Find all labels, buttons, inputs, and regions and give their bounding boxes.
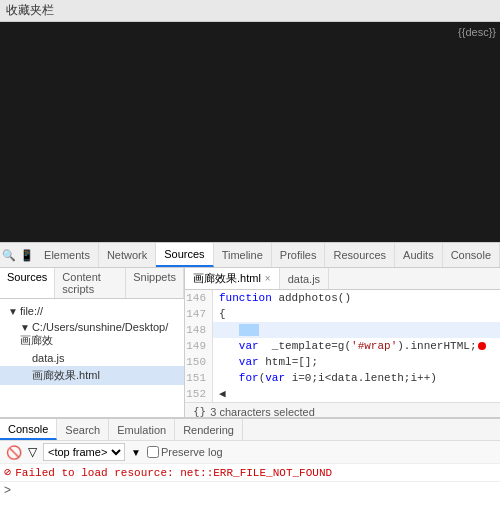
brace-icon: {}	[193, 405, 206, 417]
ltab-sources[interactable]: Sources	[0, 268, 55, 298]
status-bar: {} 3 characters selected	[185, 402, 500, 417]
console-panel: Console Search Emulation Rendering 🚫 ▽ <…	[0, 418, 500, 498]
ctab2-rendering[interactable]: Rendering	[175, 419, 243, 440]
folder-triangle-icon: ▼	[20, 322, 30, 333]
preserve-log-text: Preserve log	[161, 446, 223, 458]
code-line-152: 152 ◀	[185, 386, 500, 402]
file-tree: ▼file:// ▼C:/Users/sunshine/Desktop/画廊效 …	[0, 299, 184, 389]
console-toolbar: 🚫 ▽ <top frame> ▼ Preserve log	[0, 441, 500, 464]
devtools-main: Sources Content scripts Snippets ▼file:/…	[0, 268, 500, 418]
console-error-1: ⊘ Failed to load resource: net::ERR_FILE…	[4, 465, 496, 481]
console-prompt: >	[0, 481, 500, 498]
code-line-149: 149 var _template=g('#wrap').innerHTML;	[185, 338, 500, 354]
console-input[interactable]	[15, 484, 496, 497]
code-panel: 画廊效果.html × data.js 146 function addphot…	[185, 268, 500, 417]
line-num-148: 148	[185, 322, 213, 338]
line-num-152: 152	[185, 386, 213, 402]
tab-audits[interactable]: Audits	[395, 243, 443, 267]
ltab-snippets[interactable]: Snippets	[126, 268, 184, 298]
ctab2-search[interactable]: Search	[57, 419, 109, 440]
ctab2-emulation[interactable]: Emulation	[109, 419, 175, 440]
line-content-148	[213, 322, 259, 338]
status-text: 3 characters selected	[210, 406, 315, 418]
inspect-icon[interactable]: 🔍	[0, 243, 18, 267]
tab-elements[interactable]: Elements	[36, 243, 99, 267]
dropdown-arrow-icon[interactable]: ▼	[131, 447, 141, 458]
line-content-147: {	[213, 306, 226, 322]
ltab-content-scripts[interactable]: Content scripts	[55, 268, 126, 298]
frame-select[interactable]: <top frame>	[43, 443, 125, 461]
file-tree-html[interactable]: 画廊效果.html	[0, 366, 184, 385]
file-tree-desktop[interactable]: ▼C:/Users/sunshine/Desktop/画廊效	[0, 319, 184, 350]
line-num-151: 151	[185, 370, 213, 386]
code-editor: 146 function addphotos() 147 { 148 149 v…	[185, 290, 500, 402]
ctab2-console[interactable]: Console	[0, 419, 57, 440]
error-dot-149	[478, 342, 486, 350]
triangle-icon: ▼	[8, 306, 18, 317]
preview-desc: {{desc}}	[458, 26, 496, 38]
clear-icon[interactable]: 🚫	[6, 445, 22, 460]
tab-resources[interactable]: Resources	[325, 243, 395, 267]
console-tabs: Console Search Emulation Rendering	[0, 419, 500, 441]
line-content-152: ◀	[213, 386, 226, 402]
preview-area: {{desc}}	[0, 22, 500, 242]
tab-profiles[interactable]: Profiles	[272, 243, 326, 267]
console-output: ⊘ Failed to load resource: net::ERR_FILE…	[0, 464, 500, 481]
close-html-icon[interactable]: ×	[265, 273, 271, 284]
code-line-147: 147 {	[185, 306, 500, 322]
ctab-html[interactable]: 画廊效果.html ×	[185, 268, 280, 289]
ctab-html-label: 画廊效果.html	[193, 271, 261, 286]
tab-network[interactable]: Network	[99, 243, 156, 267]
code-tabs: 画廊效果.html × data.js	[185, 268, 500, 290]
line-content-150: var html=[];	[213, 354, 318, 370]
code-line-151: 151 for(var i=0;i<data.leneth;i++)	[185, 370, 500, 386]
tab-console[interactable]: Console	[443, 243, 500, 267]
ctab-datajs-label: data.js	[288, 273, 320, 285]
file-tree-root[interactable]: ▼file://	[0, 303, 184, 319]
line-content-149: var _template=g('#wrap').innerHTML;	[213, 338, 486, 354]
error-text-1: Failed to load resource: net::ERR_FILE_N…	[15, 465, 332, 481]
file-tree-datajs[interactable]: data.js	[0, 350, 184, 366]
line-num-147: 147	[185, 306, 213, 322]
code-line-146: 146 function addphotos()	[185, 290, 500, 306]
tab-timeline[interactable]: Timeline	[214, 243, 272, 267]
code-line-150: 150 var html=[];	[185, 354, 500, 370]
mobile-icon[interactable]: 📱	[18, 243, 36, 267]
left-panel: Sources Content scripts Snippets ▼file:/…	[0, 268, 185, 417]
line-num-149: 149	[185, 338, 213, 354]
line-content-151: for(var i=0;i<data.leneth;i++)	[213, 370, 437, 386]
top-bar: 收藏夹栏	[0, 0, 500, 22]
left-panel-tabs: Sources Content scripts Snippets	[0, 268, 184, 299]
line-content-146: function addphotos()	[213, 290, 351, 306]
devtools-tabs: 🔍 📱 Elements Network Sources Timeline Pr…	[0, 242, 500, 268]
topbar-label: 收藏夹栏	[6, 2, 54, 19]
code-line-148: 148	[185, 322, 500, 338]
tab-sources[interactable]: Sources	[156, 243, 213, 267]
line-num-150: 150	[185, 354, 213, 370]
preserve-log-checkbox[interactable]	[147, 446, 159, 458]
preserve-log-label[interactable]: Preserve log	[147, 446, 223, 458]
ctab-datajs[interactable]: data.js	[280, 268, 329, 289]
prompt-arrow: >	[4, 483, 11, 497]
line-num-146: 146	[185, 290, 213, 306]
filter-icon[interactable]: ▽	[28, 445, 37, 459]
error-icon-1: ⊘	[4, 465, 11, 481]
